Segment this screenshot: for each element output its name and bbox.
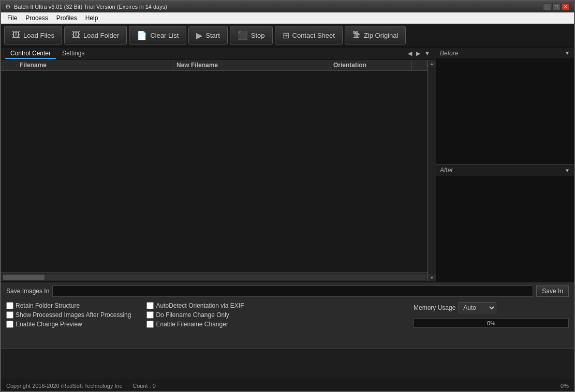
- enable-changer-label: Enable Filename Changer: [156, 321, 228, 328]
- col-header-check: [1, 64, 17, 66]
- show-processed-label: Show Processed Images After Processing: [16, 311, 131, 319]
- enable-change-checkbox[interactable]: [6, 321, 13, 328]
- after-preview: After ▼: [436, 165, 574, 282]
- panel-tabs: Control Center Settings ◀ ▶ ▼: [1, 48, 436, 60]
- stop-icon: ⬛: [238, 31, 248, 40]
- nav-left-arrow[interactable]: ◀: [406, 50, 414, 57]
- contact-sheet-icon: ⊞: [283, 31, 289, 40]
- col-header-orientation: Orientation: [330, 61, 412, 70]
- enable-change-option[interactable]: Enable Change Preview: [6, 321, 131, 328]
- title-controls: _ □ ✕: [543, 3, 570, 10]
- status-progress: 0%: [561, 383, 569, 389]
- log-area[interactable]: [1, 349, 574, 380]
- save-in-button[interactable]: Save In: [536, 285, 569, 297]
- nav-down-arrow[interactable]: ▼: [423, 50, 432, 57]
- after-preview-header: After ▼: [436, 165, 574, 176]
- filename-only-label: Do Filename Change Only: [156, 311, 229, 319]
- memory-row: Memory Usage Auto Low Medium High: [414, 302, 569, 313]
- clear-list-button[interactable]: 📄 Clear List: [129, 26, 186, 44]
- menu-file[interactable]: File: [3, 13, 21, 23]
- right-panel: Before ▼ After ▼: [436, 48, 574, 281]
- file-list-area: Filename New Filename Orientation: [1, 60, 436, 281]
- stop-label: Stop: [251, 32, 265, 39]
- before-dropdown-arrow[interactable]: ▼: [565, 50, 570, 56]
- zip-original-button[interactable]: 🗜 Zip Original: [345, 26, 406, 44]
- enable-changer-checkbox[interactable]: [146, 321, 154, 328]
- file-table-header: Filename New Filename Orientation: [1, 60, 427, 71]
- bottom-controls: Save Images In Save In Retain Folder Str…: [1, 281, 574, 349]
- menu-bar: File Process Profiles Help: [1, 12, 574, 24]
- autodetect-option[interactable]: AutoDetect Orientation via EXIF: [146, 302, 398, 309]
- start-icon: ▶: [196, 31, 202, 40]
- load-files-icon: 🖼: [12, 31, 20, 40]
- contact-sheet-button[interactable]: ⊞ Contact Sheet: [275, 26, 343, 44]
- status-count: Count : 0: [132, 383, 156, 389]
- clear-list-label: Clear List: [150, 32, 179, 39]
- after-dropdown-arrow[interactable]: ▼: [565, 168, 570, 173]
- progress-bar: 0%: [414, 319, 569, 328]
- menu-help[interactable]: Help: [81, 13, 102, 23]
- maximize-button[interactable]: □: [552, 3, 561, 10]
- filename-only-checkbox[interactable]: [146, 311, 154, 319]
- before-label: Before: [440, 50, 458, 57]
- zip-icon: 🗜: [352, 31, 361, 40]
- after-canvas: [436, 176, 574, 282]
- toolbar: 🖼 Load Files 🖼 Load Folder 📄 Clear List …: [1, 24, 574, 48]
- before-canvas: [436, 59, 574, 164]
- save-row: Save Images In Save In: [6, 285, 569, 297]
- start-button[interactable]: ▶ Start: [188, 26, 227, 44]
- show-processed-option[interactable]: Show Processed Images After Processing: [6, 311, 131, 319]
- col-header-extra: [412, 64, 427, 66]
- enable-changer-option[interactable]: Enable Filename Changer: [146, 321, 398, 328]
- stop-button[interactable]: ⬛ Stop: [230, 26, 273, 44]
- status-copyright: Copyright 2016-2020 iRedSoft Technology …: [6, 383, 122, 389]
- memory-label: Memory Usage: [414, 304, 455, 311]
- horizontal-scrollbar[interactable]: [1, 273, 427, 281]
- scroll-up-arrow[interactable]: ▲: [428, 60, 436, 67]
- nav-right-arrow[interactable]: ▶: [415, 50, 422, 57]
- content-area: Control Center Settings ◀ ▶ ▼ Filename N…: [1, 48, 574, 281]
- progress-bar-text: 0%: [487, 320, 495, 326]
- retain-folder-option[interactable]: Retain Folder Structure: [6, 302, 131, 309]
- filename-only-option[interactable]: Do Filename Change Only: [146, 311, 398, 319]
- start-label: Start: [205, 32, 219, 39]
- close-button[interactable]: ✕: [562, 3, 570, 10]
- app-icon: ⚙: [5, 3, 11, 10]
- save-images-label: Save Images In: [6, 288, 49, 295]
- clear-list-icon: 📄: [137, 31, 147, 40]
- contact-sheet-label: Contact Sheet: [292, 32, 335, 39]
- tab-control-center[interactable]: Control Center: [5, 49, 56, 59]
- menu-profiles[interactable]: Profiles: [52, 13, 81, 23]
- menu-process[interactable]: Process: [21, 13, 52, 23]
- minimize-button[interactable]: _: [543, 3, 551, 10]
- file-table-body[interactable]: [1, 71, 427, 273]
- scroll-down-arrow[interactable]: ▼: [428, 274, 436, 281]
- load-files-button[interactable]: 🖼 Load Files: [4, 26, 62, 44]
- retain-folder-label: Retain Folder Structure: [16, 302, 80, 309]
- zip-label: Zip Original: [364, 32, 398, 39]
- memory-select[interactable]: Auto Low Medium High: [459, 302, 496, 313]
- autodetect-label: AutoDetect Orientation via EXIF: [156, 302, 244, 309]
- retain-folder-checkbox[interactable]: [6, 302, 13, 309]
- bottom-options: Retain Folder Structure Show Processed I…: [6, 300, 569, 330]
- title-bar: ⚙ Batch It Ultra v6.01 (32 Bit) Trial Ve…: [1, 1, 574, 12]
- load-files-label: Load Files: [23, 32, 54, 39]
- enable-change-label: Enable Change Preview: [16, 321, 82, 328]
- left-panel: Control Center Settings ◀ ▶ ▼ Filename N…: [1, 48, 436, 281]
- load-folder-label: Load Folder: [83, 32, 119, 39]
- col-header-filename: Filename: [17, 61, 173, 70]
- autodetect-checkbox[interactable]: [146, 302, 154, 309]
- col-header-newfilename: New Filename: [173, 61, 330, 70]
- load-folder-icon: 🖼: [72, 31, 80, 40]
- before-preview: Before ▼: [436, 48, 574, 164]
- after-label: After: [440, 167, 453, 174]
- vertical-scrollbar[interactable]: ▲ ▼: [427, 60, 436, 281]
- load-folder-button[interactable]: 🖼 Load Folder: [64, 26, 127, 44]
- save-path-input[interactable]: [52, 285, 533, 297]
- scroll-track[interactable]: [428, 67, 436, 274]
- before-preview-header: Before ▼: [436, 48, 574, 59]
- show-processed-checkbox[interactable]: [6, 311, 13, 319]
- title-text: Batch It Ultra v6.01 (32 Bit) Trial Vers…: [14, 4, 167, 10]
- tab-settings[interactable]: Settings: [57, 49, 90, 59]
- status-bar: Copyright 2016-2020 iRedSoft Technology …: [1, 380, 574, 391]
